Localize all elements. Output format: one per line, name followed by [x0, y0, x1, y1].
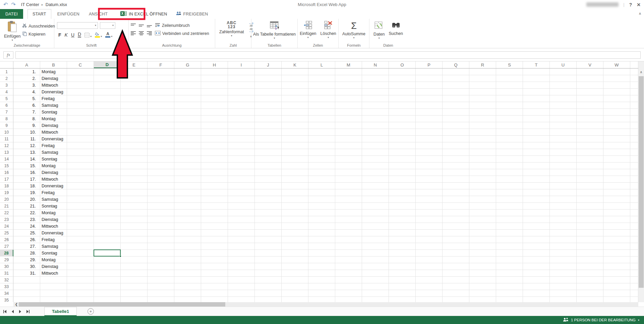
grid-cell[interactable]	[308, 277, 335, 283]
grid-cell[interactable]	[362, 203, 389, 210]
cut-button[interactable]: Ausschneiden	[22, 24, 55, 29]
grid-cell[interactable]	[228, 95, 255, 102]
grid-cell[interactable]	[228, 115, 255, 122]
grid-cell[interactable]	[496, 95, 523, 102]
grid-cell[interactable]	[148, 203, 174, 210]
horizontal-scroll-track[interactable]: ❮	[13, 302, 638, 307]
grid-cell[interactable]	[603, 149, 630, 156]
grid-cell[interactable]	[335, 236, 362, 243]
grid-cell[interactable]	[148, 75, 174, 82]
grid-cell[interactable]	[308, 263, 335, 270]
tab-open-in-excel[interactable]: X IN EXCEL ÖFFNEN	[117, 9, 170, 19]
grid-cell[interactable]	[577, 297, 603, 302]
column-header-N[interactable]: N	[362, 61, 389, 68]
cell-B10[interactable]: Mittwoch	[40, 129, 67, 136]
grid-cell[interactable]	[228, 243, 255, 250]
cell-A25[interactable]: 25.	[13, 230, 40, 236]
grid-cell[interactable]	[228, 189, 255, 196]
grid-cell[interactable]	[174, 189, 201, 196]
grid-cell[interactable]	[335, 250, 362, 257]
select-all-corner[interactable]	[0, 61, 13, 68]
grid-cell[interactable]	[148, 210, 174, 216]
grid-cell[interactable]	[121, 68, 148, 75]
grid-cell[interactable]	[282, 297, 308, 302]
grid-cell[interactable]	[67, 89, 94, 95]
grid-cell[interactable]	[362, 277, 389, 283]
grid-cell[interactable]	[603, 176, 630, 183]
grid-cell[interactable]	[603, 95, 630, 102]
grid-cell[interactable]	[362, 223, 389, 230]
grid-cell[interactable]	[201, 257, 228, 263]
cell-B29[interactable]: Montag	[40, 257, 67, 263]
grid-cell[interactable]	[469, 68, 496, 75]
grid-cell[interactable]	[174, 270, 201, 277]
cell-A2[interactable]: 2.	[13, 75, 40, 82]
grid-cell[interactable]	[496, 89, 523, 95]
grid-cell[interactable]	[389, 230, 416, 236]
grid-cell[interactable]	[523, 196, 550, 203]
grid-cell[interactable]	[174, 196, 201, 203]
grid-cell[interactable]	[67, 129, 94, 136]
grid-cell[interactable]	[94, 243, 121, 250]
grid-cell[interactable]	[577, 196, 603, 203]
grid-cell[interactable]	[13, 290, 40, 297]
grid-cell[interactable]	[469, 216, 496, 223]
grid-cell[interactable]	[228, 136, 255, 142]
grid-cell[interactable]	[389, 203, 416, 210]
row-header-16[interactable]: 16	[0, 169, 13, 176]
grid-cell[interactable]	[416, 89, 443, 95]
grid-cell[interactable]	[469, 243, 496, 250]
grid-cell[interactable]	[335, 122, 362, 129]
grid-cell[interactable]	[389, 68, 416, 75]
row-header-19[interactable]: 19	[0, 189, 13, 196]
fill-handle[interactable]	[119, 255, 121, 257]
grid-cell[interactable]	[67, 277, 94, 283]
cell-A22[interactable]: 22.	[13, 210, 40, 216]
grid-cell[interactable]	[94, 163, 121, 169]
grid-cell[interactable]	[335, 89, 362, 95]
insert-cells-button[interactable]: Einfügen ▾	[298, 20, 318, 42]
grid-cell[interactable]	[362, 169, 389, 176]
grid-cell[interactable]	[94, 142, 121, 149]
grid-cell[interactable]	[577, 183, 603, 189]
grid-cell[interactable]	[523, 216, 550, 223]
grid-cell[interactable]	[121, 250, 148, 257]
grid-cell[interactable]	[469, 142, 496, 149]
grid-cell[interactable]	[416, 290, 443, 297]
grid-cell[interactable]	[416, 163, 443, 169]
grid-cell[interactable]	[469, 250, 496, 257]
cell-B21[interactable]: Sonntag	[40, 203, 67, 210]
column-header-W[interactable]: W	[603, 61, 630, 68]
grid-cell[interactable]	[389, 82, 416, 89]
grid-cell[interactable]	[174, 68, 201, 75]
grid-cell[interactable]	[121, 129, 148, 136]
grid-cell[interactable]	[228, 82, 255, 89]
grid-cell[interactable]	[577, 243, 603, 250]
grid-cell[interactable]	[496, 109, 523, 115]
grid-cell[interactable]	[523, 257, 550, 263]
grid-cell[interactable]	[121, 263, 148, 270]
grid-cell[interactable]	[308, 270, 335, 277]
grid-cell[interactable]	[389, 223, 416, 230]
grid-cell[interactable]	[282, 82, 308, 89]
grid-cell[interactable]	[362, 142, 389, 149]
grid-cell[interactable]	[416, 236, 443, 243]
grid-cell[interactable]	[335, 230, 362, 236]
grid-cell[interactable]	[603, 183, 630, 189]
grid-cell[interactable]	[148, 223, 174, 230]
grid-cell[interactable]	[469, 136, 496, 142]
grid-cell[interactable]	[201, 263, 228, 270]
grid-cell[interactable]	[201, 95, 228, 102]
grid-cell[interactable]	[443, 115, 469, 122]
grid-cell[interactable]	[201, 156, 228, 163]
grid-cell[interactable]	[362, 250, 389, 257]
grid-cell[interactable]	[335, 163, 362, 169]
grid-cell[interactable]	[228, 283, 255, 290]
grid-cell[interactable]	[443, 223, 469, 230]
grid-cell[interactable]	[67, 257, 94, 263]
grid-cell[interactable]	[577, 136, 603, 142]
grid-cell[interactable]	[282, 196, 308, 203]
row-header-27[interactable]: 27	[0, 243, 13, 250]
find-button[interactable]: Suchen	[387, 20, 405, 42]
grid-cell[interactable]	[577, 230, 603, 236]
